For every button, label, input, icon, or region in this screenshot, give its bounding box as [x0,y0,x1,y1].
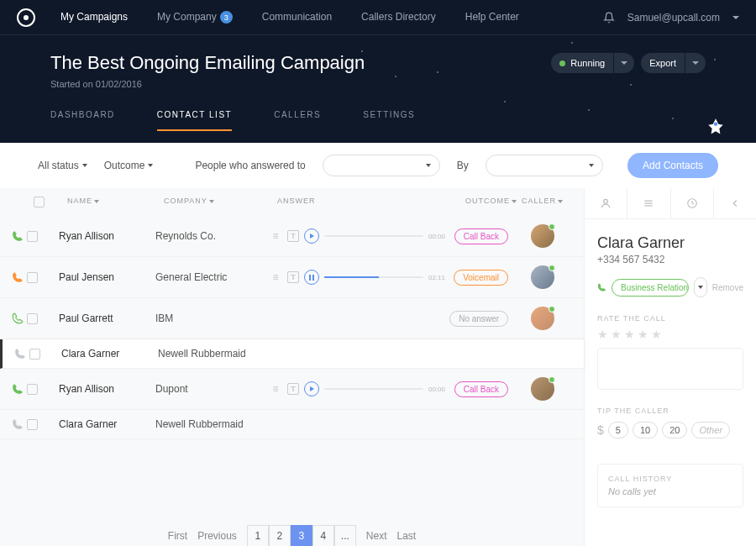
add-contacts-button[interactable]: Add Contacts [627,153,718,178]
audio-track[interactable] [324,388,423,390]
phone-status-icon [8,383,27,395]
page-number[interactable]: 4 [312,525,334,546]
row-checkbox[interactable] [27,272,38,283]
page-number[interactable]: ... [334,525,356,546]
company-cell: Newell Rubbermaid [155,418,269,430]
list-icon[interactable]: ≡ [269,229,282,243]
page-number[interactable]: 1 [247,525,269,546]
nav-item[interactable]: My Company3 [157,11,233,24]
dollar-icon: $ [597,423,604,437]
row-checkbox[interactable] [27,419,38,430]
col-company[interactable]: COMPANY [164,197,277,207]
logo-icon[interactable] [17,8,35,27]
nav-item[interactable]: Callers Directory [361,11,436,24]
caller-avatar[interactable] [531,307,554,330]
row-checkbox[interactable] [27,313,38,324]
text-icon[interactable]: T [287,271,299,283]
table-row[interactable]: Ryan AllisonDupont≡T00:00Call Back [0,369,584,410]
started-date: Started on 01/02/2016 [50,79,706,89]
contact-name-cell: Clara Garner [59,418,155,430]
table-row[interactable]: Paul JensenGeneral Electric≡T02:11Voicem… [0,257,584,298]
nav-item[interactable]: Communication [262,11,332,24]
bell-icon[interactable] [603,12,615,24]
tip-amount[interactable]: 10 [633,422,658,438]
contact-name-cell: Ryan Allison [59,383,155,395]
table-row[interactable]: Paul GarrettIBMNo answer [0,298,584,339]
relation-dropdown[interactable] [694,277,707,297]
remove-link[interactable]: Remove [712,283,743,292]
page-next[interactable]: Next [366,530,387,542]
detail-tab-notes[interactable] [627,188,670,218]
user-email[interactable]: Samuel@upcall.com [627,12,720,24]
row-checkbox[interactable] [27,384,38,395]
audio-track[interactable] [324,235,423,237]
caller-avatar[interactable] [531,377,554,401]
play-button[interactable] [304,228,319,244]
caller-avatar[interactable] [531,224,554,248]
detail-tab-profile[interactable] [585,188,627,218]
table-row[interactable]: Ryan AllisonReynolds Co.≡T00:00Call Back [0,216,584,257]
rocket-icon [705,117,727,139]
row-checkbox[interactable] [27,231,38,242]
filter-answered-label: People who answered to [195,160,305,171]
tab[interactable]: SETTINGS [363,110,415,131]
phone-status-icon [11,348,29,360]
status-button[interactable]: Running [551,53,634,73]
play-button[interactable] [304,270,319,285]
filter-by-select[interactable] [486,155,603,176]
rate-comment-box[interactable] [597,348,743,390]
page-number[interactable]: 3 [291,525,312,546]
nav-item[interactable]: My Campaigns [60,11,128,24]
export-button[interactable]: Export [641,53,706,73]
tip-label: TIP THE CALLER [597,407,743,415]
page-number[interactable]: 2 [269,525,291,546]
col-outcome[interactable]: OUTCOME [454,197,517,207]
phone-status-icon [8,271,27,283]
contact-phone: +334 567 5432 [597,254,743,265]
chevron-down-icon[interactable] [732,16,739,19]
text-icon[interactable]: T [287,383,299,395]
caller-avatar[interactable] [531,265,554,289]
tip-other[interactable]: Other [691,422,730,438]
filter-answered-select[interactable] [323,155,440,176]
table-row[interactable]: Clara GarnerNewell Rubbermaid [0,339,584,369]
tip-amount[interactable]: 20 [662,422,687,438]
phone-status-icon [8,418,27,430]
svg-point-0 [714,123,717,126]
pagination: First Previous 1234... Next Last [0,501,584,546]
list-icon[interactable]: ≡ [269,270,282,284]
page-last[interactable]: Last [397,530,417,542]
row-checkbox[interactable] [29,349,40,360]
tip-amount[interactable]: 5 [608,422,628,438]
company-cell: Reynolds Co. [155,230,269,242]
play-button[interactable] [304,381,319,396]
detail-tab-history[interactable] [671,188,714,218]
filter-status[interactable]: All status [38,160,87,171]
company-cell: IBM [155,312,269,324]
tab[interactable]: DASHBOARD [50,110,115,131]
relation-badge[interactable]: Business Relation... [612,279,689,297]
col-caller[interactable]: CALLER [517,197,563,207]
detail-tab-back[interactable] [714,188,756,218]
contact-name: Clara Garner [597,234,743,252]
tab[interactable]: CALLERS [274,110,321,131]
table-row[interactable]: Clara GarnerNewell Rubbermaid [0,410,584,439]
tab[interactable]: CONTACT LIST [157,110,232,131]
star-rating[interactable]: ★★★★★ [597,328,743,341]
company-cell: Dupont [155,383,269,395]
outcome-badge: Call Back [454,228,508,244]
svg-point-1 [604,199,608,203]
text-icon[interactable]: T [287,230,299,242]
col-name[interactable]: NAME [67,197,164,207]
page-first[interactable]: First [168,530,187,542]
audio-track[interactable] [324,276,423,278]
nav-item[interactable]: Help Center [465,11,519,24]
history-empty: No calls yet [608,486,732,496]
page-prev[interactable]: Previous [197,530,237,542]
history-label: CALL HISTORY [608,475,732,483]
list-icon[interactable]: ≡ [269,382,282,396]
campaign-title: The Best Ongoing Emailing Campaign [50,52,365,74]
filter-outcome[interactable]: Outcome [104,160,154,171]
select-all-checkbox[interactable] [34,197,45,207]
outcome-badge: Voicemail [454,270,508,286]
